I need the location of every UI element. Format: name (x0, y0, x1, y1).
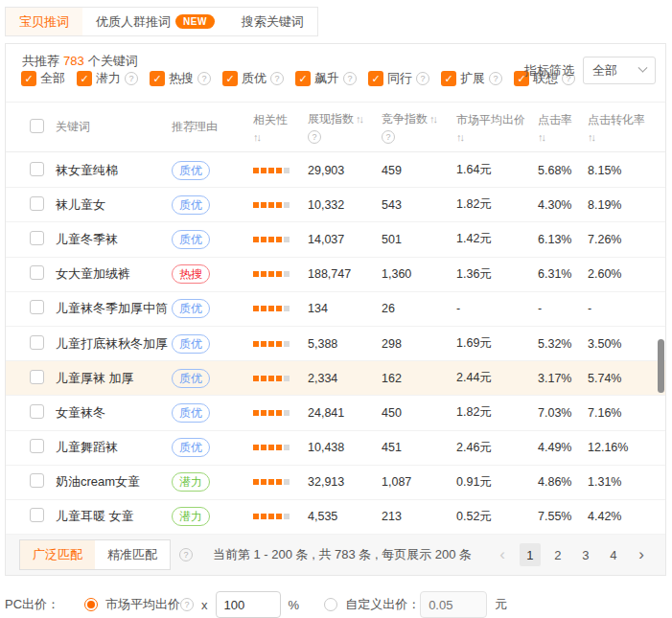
sort-icon[interactable]: ↑↓ (538, 131, 546, 143)
tab-item-recommend[interactable]: 宝贝推词 (6, 8, 82, 35)
ctr-cell: 7.03% (538, 406, 588, 420)
checkbox-checked[interactable]: ✓ (21, 71, 36, 86)
filter-checkbox-item[interactable]: ✓ 飙升 ? (295, 70, 357, 87)
row-checkbox[interactable] (30, 162, 44, 176)
page-number[interactable]: 4 (603, 543, 624, 566)
price-cell: 1.64元 (456, 162, 538, 178)
filter-checkbox-item[interactable]: ✓ 质优 ? (222, 70, 284, 87)
summary-prefix: 共推荐 (22, 54, 59, 68)
filter-label: 飙升 (314, 70, 339, 87)
filter-checkbox-item[interactable]: ✓ 同行 ? (368, 70, 429, 87)
filter-checkbox-item[interactable]: ✓ 扩展 ? (441, 70, 502, 87)
sort-icon[interactable]: ↑↓ (253, 131, 262, 143)
row-checkbox[interactable] (30, 231, 44, 245)
tab-crowd-recommend[interactable]: 优质人群推词 NEW (82, 8, 228, 35)
relevance-bars (253, 202, 308, 208)
row-checkbox[interactable] (30, 473, 44, 488)
vertical-scrollbar-thumb[interactable] (658, 339, 664, 393)
table-row: 儿童冬季袜 质优 14,037 501 1.42元 6.13% 7.26% (6, 222, 665, 257)
relevance-bars (253, 237, 308, 242)
relevance-bar-segment (284, 376, 290, 381)
sort-icon[interactable]: ↑↓ (588, 131, 596, 143)
custom-price-input[interactable] (420, 591, 487, 618)
relevance-bar-segment (261, 306, 266, 311)
page-number[interactable]: 2 (547, 543, 568, 566)
col-label: 展现指数 (308, 111, 354, 127)
relevance-bar-segment (276, 306, 282, 311)
exact-match-button[interactable]: 精准匹配 (95, 540, 170, 569)
help-icon[interactable]: ? (343, 72, 357, 85)
checkbox-checked[interactable]: ✓ (222, 71, 238, 86)
page-number[interactable]: 1 (520, 543, 541, 566)
sort-icon[interactable]: ↑↓ (429, 113, 438, 125)
help-icon[interactable]: ? (270, 72, 284, 85)
yuan-unit: 元 (495, 596, 507, 613)
market-percent-input[interactable] (216, 591, 281, 618)
help-icon[interactable]: ? (416, 72, 429, 85)
relevance-bars (253, 479, 308, 485)
competition-cell: 1,360 (382, 267, 456, 281)
help-icon[interactable]: ? (179, 548, 193, 561)
impression-cell: 14,037 (308, 233, 382, 246)
tab-search-keywords[interactable]: 搜索关键词 (228, 8, 317, 35)
prev-page-icon[interactable]: ‹ (492, 543, 513, 566)
broad-match-button[interactable]: 广泛匹配 (20, 540, 95, 569)
row-checkbox[interactable] (30, 508, 44, 522)
filter-checkbox-item[interactable]: ✓ 热搜 ? (150, 70, 211, 87)
cvr-cell: 8.15% (588, 164, 665, 177)
metric-filter-select[interactable]: 全部 (583, 57, 656, 84)
help-icon[interactable]: ? (180, 598, 194, 611)
check-icon: ✓ (152, 74, 161, 84)
help-icon[interactable]: ? (382, 130, 395, 144)
custom-price-radio[interactable] (324, 598, 337, 611)
row-checkbox[interactable] (30, 300, 44, 314)
col-label: 相关性 (253, 112, 288, 128)
new-badge: NEW (175, 14, 215, 29)
price-cell: 0.52元 (456, 509, 538, 525)
help-icon[interactable]: ? (197, 72, 211, 85)
help-icon[interactable]: ? (308, 130, 321, 144)
competition-cell: 1,087 (382, 475, 456, 489)
relevance-bar-segment (261, 410, 266, 416)
row-checkbox[interactable] (30, 404, 44, 419)
select-all-checkbox[interactable] (30, 119, 44, 133)
relevance-bar-segment (253, 514, 259, 519)
market-price-radio[interactable] (84, 598, 98, 611)
ctr-cell: 5.32% (538, 337, 588, 351)
row-checkbox[interactable] (30, 335, 44, 350)
checkbox-checked[interactable]: ✓ (368, 71, 383, 86)
relevance-bar-segment (268, 341, 274, 347)
row-checkbox[interactable] (30, 370, 44, 384)
next-page-icon[interactable]: › (631, 543, 652, 566)
checkbox-checked[interactable]: ✓ (295, 71, 311, 86)
price-cell: 1.69元 (456, 335, 538, 352)
recommend-tag: 质优 (172, 369, 210, 388)
col-reason: 推荐理由 (172, 119, 253, 135)
row-checkbox[interactable] (30, 196, 44, 211)
relevance-bar-segment (253, 445, 259, 450)
check-icon: ✓ (24, 74, 33, 84)
page-number[interactable]: 3 (575, 543, 596, 566)
row-checkbox[interactable] (30, 439, 44, 453)
row-checkbox[interactable] (30, 265, 44, 280)
filter-label: 热搜 (169, 70, 194, 87)
sort-icon[interactable]: ↑↓ (356, 113, 364, 125)
help-icon[interactable]: ? (125, 72, 138, 85)
table-row: 儿童打底袜秋冬加厚 质优 5,388 298 1.69元 5.32% 3.50% (6, 327, 665, 361)
relevance-bar-segment (261, 514, 266, 519)
filter-checkbox-item[interactable]: ✓ 全部 (21, 70, 65, 87)
filter-label: 同行 (387, 70, 412, 87)
sort-icon[interactable]: ↑↓ (456, 131, 465, 143)
checkbox-checked[interactable]: ✓ (441, 71, 456, 86)
relevance-bar-segment (284, 202, 290, 208)
filter-checkbox-item[interactable]: ✓ 潜力 ? (77, 70, 138, 87)
checkbox-checked[interactable]: ✓ (77, 71, 92, 86)
ctr-cell: 4.86% (538, 475, 588, 489)
keyword-cell: 奶油cream女童 (56, 473, 172, 491)
table-row: 儿童袜冬季加厚中筒 质优 134 26 - - - (6, 292, 665, 327)
table-row: 女童袜冬 质优 24,841 450 1.82元 7.03% 7.16% (6, 396, 665, 430)
table-row: 袜女童纯棉 质优 29,903 459 1.64元 5.68% 8.15% (6, 153, 665, 188)
checkbox-checked[interactable]: ✓ (150, 71, 165, 86)
relevance-bar-segment (284, 237, 290, 242)
help-icon[interactable]: ? (489, 72, 502, 85)
